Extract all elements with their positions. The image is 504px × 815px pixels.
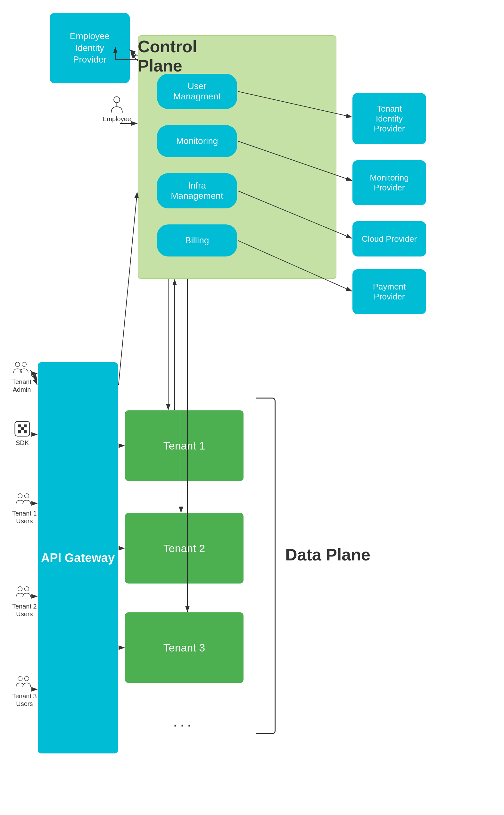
group-icon [13,359,31,377]
infra-management-label: Infra Management [171,180,223,201]
monitoring-label: Monitoring [176,136,218,146]
billing-label: Billing [185,235,209,245]
tenant3-label: Tenant 3 [163,642,205,654]
svg-point-3 [22,362,26,367]
employee-label: Employee [103,115,131,123]
user-management-label: User Managment [173,81,221,102]
svg-point-0 [114,97,120,103]
person-icon [108,96,126,114]
svg-rect-5 [18,425,21,428]
tenant3-users-label: Tenant 3 Users [12,692,37,708]
svg-line-32 [119,192,137,385]
svg-point-10 [18,494,22,498]
sdk-label: SDK [16,439,29,447]
tenant1-label: Tenant 1 [163,440,205,452]
group-icon-t1 [16,491,33,508]
infra-management-box: Infra Management [157,173,237,208]
svg-rect-7 [18,430,21,433]
control-plane-label: Control Plane [138,37,234,75]
tenant-admin-actor: Tenant Admin [12,359,31,393]
payment-provider-box: Payment Provider [352,269,426,314]
tenant3-users-actor: Tenant 3 Users [12,673,37,708]
svg-point-15 [24,677,29,681]
cloud-provider-box: Cloud Provider [352,221,426,256]
payment-provider-label: Payment Provider [373,282,406,302]
svg-point-13 [24,587,29,591]
user-management-box: User Managment [157,74,237,109]
tenant2-users-label: Tenant 2 Users [12,603,37,618]
svg-line-26 [30,371,37,385]
tenant1-users-actor: Tenant 1 Users [12,491,37,525]
employee-actor: Employee [103,96,131,123]
tenant2-label: Tenant 2 [163,542,205,555]
svg-rect-9 [24,430,27,433]
billing-box: Billing [157,224,237,256]
svg-line-19 [131,50,138,56]
svg-rect-8 [21,428,24,430]
group-icon-t3 [16,673,33,691]
diagram-container: Employee Identity Provider Control Plane… [0,0,504,815]
tenant2-users-actor: Tenant 2 Users [12,584,37,618]
svg-line-17 [130,50,138,56]
sdk-actor: SDK [13,420,31,447]
employee-idp-label: Employee Identity Provider [70,30,110,65]
tenant2-box: Tenant 2 [125,513,244,584]
employee-idp-box: Employee Identity Provider [50,13,130,83]
svg-line-25 [30,370,37,380]
api-gateway-label: API Gateway [41,551,115,565]
monitoring-box: Monitoring [157,125,237,157]
monitoring-provider-box: Monitoring Provider [352,160,426,205]
data-plane-bracket [256,397,276,734]
svg-line-27 [32,373,37,385]
sdk-icon [13,420,31,438]
tenant-admin-label: Tenant Admin [12,378,31,393]
svg-point-2 [15,362,20,367]
group-icon-t2 [16,584,33,601]
tenant1-users-label: Tenant 1 Users [12,510,37,525]
cloud-provider-label: Cloud Provider [362,234,417,244]
data-plane-label: Data Plane [285,545,370,564]
tenant-idp-box: Tenant Identity Provider [352,93,426,144]
tenant1-box: Tenant 1 [125,411,244,481]
ellipsis: ... [173,712,194,730]
svg-point-14 [18,677,22,681]
svg-point-11 [24,494,29,498]
svg-rect-6 [24,425,27,428]
tenant-idp-label: Tenant Identity Provider [374,104,405,134]
api-gateway-box: API Gateway [38,362,118,753]
tenant3-box: Tenant 3 [125,612,244,683]
svg-point-12 [18,587,22,591]
monitoring-provider-label: Monitoring Provider [370,173,409,193]
svg-line-18 [131,53,138,61]
